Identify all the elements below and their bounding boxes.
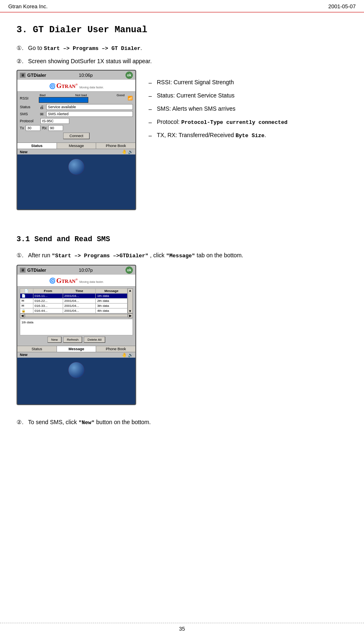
section3-title: 3. GT Dialer User Manual — [17, 25, 347, 35]
screen1-logo: 🌀 GTRAN® Moving data faster. — [17, 80, 135, 92]
tab2-status[interactable]: Status — [17, 346, 57, 352]
scroll-right-icon[interactable]: ▶ — [128, 313, 133, 318]
step2-num: ②. — [17, 57, 28, 66]
screen2-logo-icon: 🌀 — [49, 278, 56, 284]
decorative-ball — [68, 159, 85, 175]
sms-row-2[interactable]: ✉ 016-22... 2001/04... 2th data — [20, 298, 128, 303]
sms-deleteall-button[interactable]: Delete All — [84, 337, 105, 343]
screen1-topbar: 🖥 GTDialer 10:06p ok — [17, 71, 135, 80]
sms-refresh-button[interactable]: Refresh — [63, 337, 82, 343]
page-header: Gtran Korea Inc. 2001-05-07 — [0, 0, 364, 12]
screen2-ok-button[interactable]: ok — [125, 266, 133, 274]
rssi-row: RSSI Bad Not bad Good 📶 — [20, 93, 133, 103]
rssi-top-labels: Bad Not bad Good — [39, 93, 125, 97]
col-time-header: Time — [63, 288, 96, 293]
step1-num: ①. — [17, 43, 28, 52]
sms-row-4[interactable]: 🔒 016-44... 2001/04... 4th data — [20, 308, 128, 313]
tx-label: Tx — [20, 126, 24, 130]
row4-msg: 4th data — [96, 308, 127, 313]
row1-from: 016-11... — [33, 293, 63, 298]
scroll-up-icon[interactable]: ▲ — [128, 289, 132, 292]
sms-table: 📄 From Time Message 📄 016-11... 2001/04.… — [20, 288, 128, 313]
sms-label: SMS — [20, 112, 37, 116]
phone-screen-1: 🖥 GTDialer 10:06p ok 🌀 GTRAN® Moving dat… — [17, 70, 136, 210]
page-footer: 35 — [0, 623, 364, 632]
hand-icon: 🤚 — [122, 150, 127, 154]
hscroll-track — [25, 314, 128, 317]
rssi-notbad-label: Not bad — [75, 93, 87, 97]
screen1-time: 10:06p — [79, 73, 93, 78]
status-label: Status — [20, 105, 37, 109]
bullet-protocol-text: Protocol: Protocol-Type currently connec… — [157, 118, 347, 127]
row1-time: 2001/04... — [63, 293, 96, 298]
step1-bold: Start –> Programs –> GT Dialer — [44, 45, 140, 52]
bullet-rssi-text: RSSI: Current Signal Strength — [157, 78, 347, 87]
sms-btn-row: New Refresh Delete All — [20, 337, 133, 343]
screen-bullets-row: 🖥 GTDialer 10:06p ok 🌀 GTRAN® Moving dat… — [17, 70, 347, 210]
section-gap-1 — [17, 223, 347, 235]
screen2-logo: 🌀 GTRAN® Moving data faster. — [17, 275, 135, 287]
gtran-logo-icon: 🌀 — [49, 83, 56, 89]
screen2-title: GTDialer — [27, 268, 46, 273]
step31-1-text: After run "Start –> Programs –>GTDialer"… — [28, 251, 347, 261]
horizontal-scroll[interactable]: ◀ ▶ — [20, 313, 133, 318]
sms-icon: ✉ — [39, 111, 45, 117]
rx-input: 90 — [48, 125, 63, 131]
tab2-phonebook[interactable]: Phone Book — [96, 346, 135, 352]
sms-new-button[interactable]: New — [47, 337, 61, 343]
bullet-txrx-text: TX, RX: Transferred/Received Byte Size. — [157, 131, 347, 140]
scroll-down-icon[interactable]: ▼ — [128, 309, 132, 313]
sms-row-1[interactable]: 📄 016-11... 2001/04... 1th data — [20, 293, 128, 298]
screen2-statusbar: New 🤚 🔊 — [17, 352, 135, 358]
screen1-statusbar: New 🤚 🔊 — [17, 149, 135, 154]
screen2-logo-tagline: Moving data faster. — [79, 280, 104, 283]
step31-2-bold: "New" — [78, 420, 95, 426]
sms-preview: 1th data — [20, 319, 133, 335]
screen1-ok-button[interactable]: ok — [125, 71, 133, 79]
sms-input: SMS Alerted — [46, 111, 133, 117]
row3-time: 2001/04... — [63, 303, 96, 308]
tx-input: 30 — [26, 125, 40, 131]
protocol-input: IS-95C — [40, 118, 69, 124]
row2-from: 016-22... — [33, 298, 63, 303]
row4-from: 016-44... — [33, 308, 63, 313]
bullet-rssi: – RSSI: Current Signal Strength — [149, 78, 347, 87]
bullet-txrx: – TX, RX: Transferred/Received Byte Size… — [149, 131, 347, 140]
tab2-message[interactable]: Message — [57, 346, 97, 352]
rssi-bad-label: Bad — [40, 93, 45, 97]
screen2-statusbar-new: New — [20, 353, 28, 357]
screen1-bottom — [17, 154, 135, 179]
step31-1-num: ①. — [17, 251, 28, 260]
speaker-icon: 🔊 — [128, 150, 133, 154]
connect-btn-row: Connect — [20, 133, 133, 139]
bullet-protocol: – Protocol: Protocol-Type currently conn… — [149, 118, 347, 127]
step31-bold2: "Message" — [166, 253, 195, 259]
screen2-tabs: Status Message Phone Book — [17, 346, 135, 352]
bullet-sms-text: SMS: Alerts when SMS arrives — [157, 104, 347, 113]
feature-bullets: – RSSI: Current Signal Strength – Status… — [149, 78, 347, 144]
logo-tagline: Moving data faster. — [79, 86, 104, 89]
rssi-good-label: Good — [116, 93, 125, 97]
bullet-sms: – SMS: Alerts when SMS arrives — [149, 104, 347, 114]
status-icon: 🖨 — [39, 104, 45, 110]
tab-message[interactable]: Message — [57, 143, 97, 149]
company-name: Gtran Korea Inc. — [8, 3, 47, 9]
tab-phonebook[interactable]: Phone Book — [96, 143, 135, 149]
step1-text: Go to Start –> Programs –> GT Dialer. — [28, 43, 347, 53]
table-scrollbar[interactable]: ▲ ▼ — [128, 288, 133, 313]
bullet-status-text: Status: Current Service Status — [157, 91, 347, 100]
connect-button[interactable]: Connect — [63, 133, 90, 139]
row1-msg: 1th data — [96, 293, 127, 298]
step31-2-num: ②. — [17, 418, 28, 427]
row3-icon: ✉ — [20, 303, 33, 308]
sms-row-3[interactable]: ✉ 016-33... 2001/04... 3th data — [20, 303, 128, 308]
screen2-hand-icon: 🤚 — [122, 353, 127, 357]
tab-status[interactable]: Status — [17, 143, 57, 149]
screen2-topbar-left: 🖥 GTDialer — [20, 268, 46, 273]
protocol-row: Protocol IS-95C — [20, 118, 133, 124]
sms-row: SMS ✉ SMS Alerted — [20, 111, 133, 117]
section31-step1: ①. After run "Start –> Programs –>GTDial… — [17, 251, 347, 261]
protocol-label: Protocol — [20, 119, 40, 123]
scroll-left-icon[interactable]: ◀ — [20, 313, 25, 318]
page-content: 3. GT Dialer User Manual ①. Go to Start … — [0, 12, 364, 447]
